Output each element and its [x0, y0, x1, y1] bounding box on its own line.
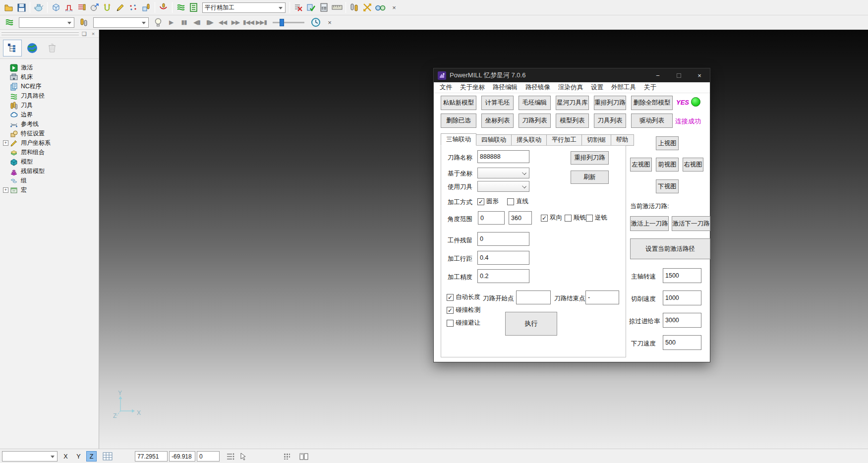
tree-item-machine[interactable]: 机床 [0, 72, 99, 82]
tab-recycle-bin[interactable] [43, 40, 61, 57]
use-tool-dropdown[interactable] [477, 181, 529, 192]
tree-item-macros[interactable]: + 宏 [0, 185, 99, 195]
end-point-input[interactable] [585, 290, 619, 304]
tolerance-input[interactable] [477, 269, 529, 283]
expander-icon[interactable]: + [3, 187, 8, 193]
workplane-dropdown[interactable] [2, 451, 58, 462]
tool-database-icon[interactable] [348, 1, 361, 14]
toolpath-connections-icon[interactable] [157, 1, 170, 14]
tree-item-feature-sets[interactable]: 特征设置 [0, 129, 99, 138]
tab-explorer-tree[interactable] [3, 40, 22, 57]
angle-start-input[interactable] [478, 211, 505, 225]
model-list-button[interactable]: 模型列表 [556, 114, 589, 128]
measure-icon[interactable] [331, 1, 344, 14]
sim-toolbar-close-button[interactable]: × [325, 18, 334, 27]
minimize-button[interactable]: − [647, 68, 668, 82]
menu-about[interactable]: 关于 [640, 82, 660, 93]
toolpath-spring-icon[interactable] [174, 1, 187, 14]
coord-z-field[interactable]: 0 [197, 451, 220, 462]
panel-close-icon[interactable]: × [90, 30, 97, 37]
tree-item-activate[interactable]: 激活 [0, 63, 99, 72]
expander-icon[interactable]: + [3, 140, 8, 146]
lightbulb-icon[interactable] [152, 16, 165, 29]
tree-item-levels-sets[interactable]: 层和组合 [0, 148, 99, 157]
tool-list-button[interactable]: 刀具列表 [594, 114, 626, 128]
x-axis-button[interactable]: X [60, 451, 71, 462]
pixel-grid-icon[interactable] [281, 450, 293, 463]
maximize-button[interactable] [668, 68, 689, 82]
spindle-speed-input[interactable] [663, 268, 701, 283]
tab-saw[interactable]: 切割锯 [582, 134, 611, 146]
tree-item-stock-models[interactable]: 残留模型 [0, 167, 99, 176]
plunge-feed-input[interactable] [663, 335, 701, 350]
menu-about-coords[interactable]: 关于坐标 [456, 82, 489, 93]
collision-check-checkbox[interactable]: ✓碰撞检测 [447, 306, 480, 314]
menu-render-sim[interactable]: 渲染仿真 [554, 82, 587, 93]
delete-selected-button[interactable]: 删除已选 [441, 114, 476, 128]
tab-help[interactable]: 帮助 [611, 134, 634, 146]
delete-all-models-button[interactable]: 删除全部模型 [631, 96, 673, 110]
execute-button[interactable]: 执行 [505, 312, 557, 336]
rearrange-button[interactable]: 重排列刀路 [571, 151, 609, 165]
clock-speed-icon[interactable] [309, 16, 322, 29]
menu-path-mirror[interactable]: 路径镜像 [521, 82, 554, 93]
tab-3axis[interactable]: 三轴联动 [441, 133, 476, 146]
panel-float-icon[interactable]: ❏ [81, 30, 88, 37]
calculator-icon[interactable] [318, 1, 331, 14]
rapid-heights-icon[interactable] [62, 1, 75, 14]
bidirectional-checkbox[interactable]: ✓双向 [541, 214, 562, 222]
close-button[interactable]: × [689, 68, 710, 82]
strategy-list-icon[interactable] [187, 1, 200, 14]
point-distribution-icon[interactable] [127, 1, 140, 14]
auto-length-checkbox[interactable]: ✓自动长度 [447, 293, 480, 301]
paste-new-model-button[interactable]: 粘贴新模型 [441, 96, 476, 110]
scissors-swap-icon[interactable] [361, 1, 374, 14]
bottom-view-button[interactable]: 下视图 [656, 179, 679, 193]
tree-item-groups[interactable]: 组 [0, 176, 99, 185]
menu-settings[interactable]: 设置 [587, 82, 607, 93]
leads-links-icon[interactable] [101, 1, 114, 14]
tab-web-globe[interactable] [23, 40, 42, 57]
coord-list-button[interactable]: 坐标列表 [481, 114, 514, 128]
simulation-glasses-icon[interactable] [374, 1, 387, 14]
project-block-icon[interactable] [32, 1, 45, 14]
panel-grip[interactable]: ❏ × [0, 30, 99, 38]
toolpath-name-input[interactable] [477, 150, 529, 163]
top-view-button[interactable]: 上视图 [656, 136, 679, 150]
tree-item-workplanes[interactable]: + 用户坐标系 [0, 138, 99, 148]
menu-path-edit[interactable]: 路径编辑 [489, 82, 521, 93]
start-point-input[interactable] [516, 290, 551, 304]
front-view-button[interactable]: 前视图 [656, 158, 679, 172]
tree-item-tools[interactable]: 刀具 [0, 101, 99, 110]
tree-item-boundaries[interactable]: 边界 [0, 110, 99, 119]
step-forward-button[interactable]: ▮▶ [203, 16, 216, 29]
invalidate-toolpath-icon[interactable] [292, 1, 305, 14]
set-active-path-button[interactable]: 设置当前激活路径 [630, 238, 710, 259]
save-project-icon[interactable] [15, 1, 28, 14]
grid-toggle-icon[interactable] [101, 450, 114, 463]
rearrange-toolpaths-button[interactable]: 重排列刀路 [594, 96, 626, 110]
sim-tool-dropdown[interactable] [93, 17, 149, 28]
left-view-button[interactable]: 左视图 [630, 158, 652, 172]
edit-toolpath-icon[interactable] [114, 1, 127, 14]
open-project-icon[interactable] [2, 1, 15, 14]
fast-forward-button[interactable]: ▶▶ [229, 16, 242, 29]
strategy-dropdown[interactable]: 平行精加工 [202, 2, 286, 13]
toolbar-close-button[interactable]: × [390, 3, 399, 12]
start-end-point-icon[interactable] [88, 1, 101, 14]
tab-4axis[interactable]: 四轴联动 [476, 134, 512, 146]
slider-handle[interactable] [280, 19, 284, 26]
climb-checkbox[interactable]: 顺铣 [565, 214, 586, 222]
menu-file[interactable]: 文件 [436, 82, 456, 93]
angle-end-input[interactable] [509, 211, 532, 225]
tab-parallel[interactable]: 平行加工 [547, 134, 582, 146]
jump-end-button[interactable]: ▶▶▮ [255, 16, 268, 29]
stepover-input[interactable] [477, 251, 529, 265]
line-checkbox[interactable]: 直线 [507, 197, 528, 206]
menu-external-tools[interactable]: 外部工具 [607, 82, 640, 93]
coord-y-field[interactable]: -69.918 [169, 451, 195, 462]
cursor-position-icon[interactable] [237, 450, 250, 463]
z-axis-button[interactable]: Z [86, 451, 97, 462]
cutting-feed-input[interactable] [663, 290, 701, 305]
y-axis-button[interactable]: Y [73, 451, 84, 462]
